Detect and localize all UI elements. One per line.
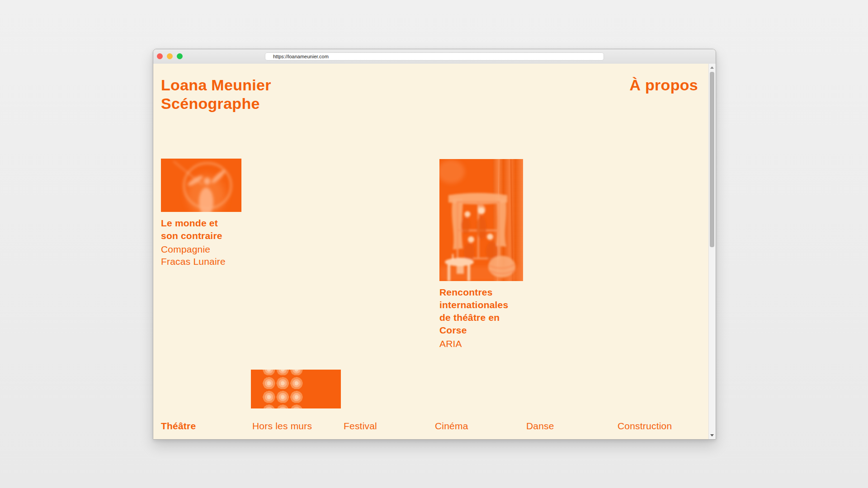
- project-title: Le monde et son contraire: [161, 217, 230, 242]
- scroll-down-arrow-icon[interactable]: [710, 434, 714, 436]
- browser-window: https://loanameunier.com Loana Meunier S…: [153, 49, 716, 440]
- project-subtitle: Compagnie Fracas Lunaire: [161, 243, 230, 267]
- scroll-up-arrow-icon[interactable]: [710, 66, 714, 69]
- scrollbar-thumb[interactable]: [710, 72, 714, 247]
- page-viewport: Loana Meunier Scénographe À propos: [153, 64, 716, 439]
- project-card-circles[interactable]: [251, 370, 341, 408]
- minimize-window-button[interactable]: [167, 53, 173, 59]
- browser-chrome-bar: https://loanameunier.com: [153, 49, 716, 64]
- nav-item-theatre[interactable]: Théâtre: [161, 421, 252, 432]
- scrollbar-track[interactable]: [708, 64, 716, 439]
- project-title: Rencontres internationales de théâtre en…: [439, 286, 511, 337]
- nav-item-danse[interactable]: Danse: [526, 421, 618, 432]
- project-circles-pattern-image[interactable]: [251, 370, 341, 408]
- site-title-link[interactable]: Loana Meunier Scénographe: [161, 76, 271, 113]
- category-nav: Théâtre Hors les murs Festival Cinéma Da…: [161, 421, 709, 432]
- project-card-le-monde[interactable]: Le monde et son contraire Compagnie Frac…: [161, 159, 242, 267]
- nav-item-festival[interactable]: Festival: [344, 421, 435, 432]
- nav-item-hors-les-murs[interactable]: Hors les murs: [252, 421, 344, 432]
- project-subtitle: ARIA: [439, 338, 525, 350]
- close-window-button[interactable]: [157, 53, 163, 59]
- maximize-window-button[interactable]: [177, 53, 183, 59]
- url-bar[interactable]: https://loanameunier.com: [265, 52, 604, 61]
- project-photo-window-performers-image[interactable]: [439, 159, 523, 281]
- nav-item-cinema[interactable]: Cinéma: [435, 421, 526, 432]
- window-performers-illustration: [439, 159, 523, 281]
- nav-item-construction[interactable]: Construction: [618, 421, 709, 432]
- about-link[interactable]: À propos: [629, 76, 698, 94]
- concentric-circles-pattern: [262, 370, 303, 408]
- project-photo-performer-hoop-image[interactable]: [161, 159, 241, 212]
- performer-hoop-illustration: [161, 159, 241, 212]
- project-card-rencontres[interactable]: Rencontres internationales de théâtre en…: [439, 159, 525, 350]
